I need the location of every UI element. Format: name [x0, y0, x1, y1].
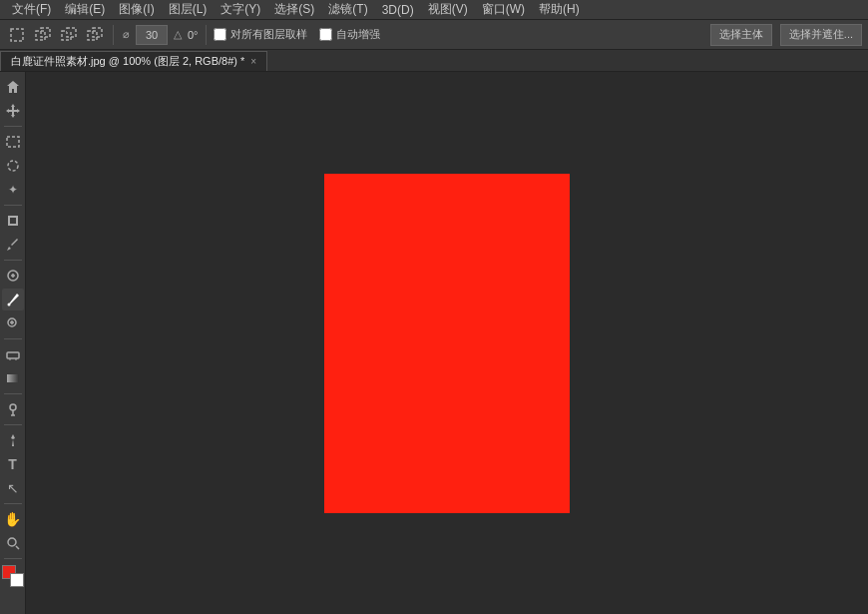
menu-select[interactable]: 选择(S): [268, 0, 320, 19]
svg-point-15: [10, 404, 16, 410]
magic-wand-tool-button[interactable]: ✦: [2, 179, 24, 201]
selection-new-icon[interactable]: [6, 24, 28, 46]
tool-sep-3: [4, 260, 22, 261]
options-sep-2: [206, 25, 207, 45]
svg-rect-0: [11, 29, 23, 41]
arrow-tool-button[interactable]: ↖: [2, 477, 24, 499]
tool-sep-5: [4, 393, 22, 394]
eyedropper-tool-button[interactable]: [2, 234, 24, 256]
tab-title: 白鹿证件照素材.jpg @ 100% (图层 2, RGB/8#) *: [11, 54, 244, 69]
brush-tool-button[interactable]: [2, 289, 24, 310]
selection-subtract-icon[interactable]: [58, 24, 80, 46]
gradient-tool-button[interactable]: [2, 367, 24, 389]
main-area: ✦ T ↖: [0, 72, 868, 614]
menu-filter[interactable]: 滤镜(T): [322, 0, 373, 19]
tab-close-button[interactable]: ×: [250, 56, 256, 67]
zoom-tool-button[interactable]: [2, 532, 24, 554]
svg-rect-8: [7, 137, 19, 147]
svg-point-11: [7, 304, 10, 307]
svg-rect-13: [7, 352, 19, 358]
angle-label: 0°: [188, 29, 199, 41]
move-tool-button[interactable]: [2, 100, 24, 122]
auto-enhance-label: 自动增强: [336, 27, 380, 42]
svg-rect-14: [7, 374, 19, 382]
text-tool-button[interactable]: T: [2, 453, 24, 475]
healing-tool-button[interactable]: [2, 265, 24, 287]
background-color[interactable]: [10, 573, 24, 587]
feather-icon: ⌀: [121, 24, 132, 46]
tool-sep-6: [4, 424, 22, 425]
canvas-area[interactable]: [26, 72, 868, 614]
canvas-background: [324, 174, 570, 513]
all-layers-group: 对所有图层取样: [214, 27, 307, 42]
selection-intersect-icon[interactable]: [84, 24, 106, 46]
menu-text[interactable]: 文字(Y): [215, 0, 266, 19]
select-subject-button[interactable]: 选择主体: [710, 24, 772, 46]
home-tool-button[interactable]: [2, 76, 24, 98]
menu-edit[interactable]: 编辑(E): [59, 0, 111, 19]
menu-view[interactable]: 视图(V): [422, 0, 474, 19]
tab-bar: 白鹿证件照素材.jpg @ 100% (图层 2, RGB/8#) * ×: [0, 50, 868, 72]
menu-layer[interactable]: 图层(L): [163, 0, 214, 19]
selection-add-icon[interactable]: [32, 24, 54, 46]
rect-select-tool-button[interactable]: [2, 131, 24, 153]
clone-tool-button[interactable]: [2, 312, 24, 334]
svg-point-9: [8, 161, 18, 171]
menu-file[interactable]: 文件(F): [6, 0, 57, 19]
tool-sep-8: [4, 558, 22, 559]
all-layers-label: 对所有图层取样: [230, 27, 307, 42]
tool-sep-7: [4, 503, 22, 504]
menu-bar: 文件(F) 编辑(E) 图像(I) 图层(L) 文字(Y) 选择(S) 滤镜(T…: [0, 0, 868, 20]
select-mask-button[interactable]: 选择并遮住...: [780, 24, 862, 46]
options-bar: ⌀ △ 0° 对所有图层取样 自动增强 选择主体 选择并遮住...: [0, 20, 868, 50]
tool-sep-2: [4, 205, 22, 206]
svg-point-16: [8, 538, 16, 546]
canvas-container: [324, 174, 570, 513]
angle-icon: △: [172, 24, 184, 46]
auto-enhance-group: 自动增强: [319, 27, 380, 42]
pen-tool-button[interactable]: [2, 429, 24, 451]
color-swatches: [2, 565, 24, 587]
eraser-tool-button[interactable]: [2, 343, 24, 365]
lasso-tool-button[interactable]: [2, 155, 24, 177]
crop-tool-button[interactable]: [2, 210, 24, 232]
options-sep-1: [113, 25, 114, 45]
hand-tool-button[interactable]: ✋: [2, 508, 24, 530]
tool-sep-1: [4, 126, 22, 127]
toolbar: ✦ T ↖: [0, 72, 26, 614]
menu-image[interactable]: 图像(I): [113, 0, 160, 19]
tool-sep-4: [4, 338, 22, 339]
brush-size-input[interactable]: [136, 25, 168, 45]
menu-help[interactable]: 帮助(H): [533, 0, 586, 19]
menu-window[interactable]: 窗口(W): [476, 0, 531, 19]
menu-3d[interactable]: 3D(D): [376, 0, 420, 19]
all-layers-checkbox[interactable]: [214, 28, 226, 41]
document-tab[interactable]: 白鹿证件照素材.jpg @ 100% (图层 2, RGB/8#) * ×: [0, 51, 267, 71]
auto-enhance-checkbox[interactable]: [319, 28, 332, 41]
dodge-tool-button[interactable]: [2, 398, 24, 420]
